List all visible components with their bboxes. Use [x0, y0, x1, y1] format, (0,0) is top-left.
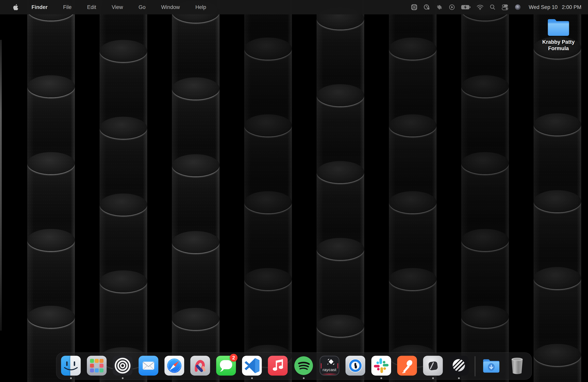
running-indicator	[251, 377, 253, 379]
desktop-wallpaper	[0, 0, 588, 382]
desktop-folder-label: Krabby Patty Formula	[542, 39, 575, 52]
cylinder	[534, 125, 581, 201]
cylinder-edge-sliver	[0, 40, 2, 331]
safari-icon	[165, 356, 184, 376]
raycast-menu-icon[interactable]	[436, 4, 443, 11]
cylinder	[100, 205, 147, 281]
wallpaper-column	[389, 0, 437, 382]
wifi-icon[interactable]	[477, 4, 483, 10]
dock-item-linear[interactable]	[449, 356, 469, 379]
cylinder	[27, 10, 75, 86]
1password-icon	[346, 356, 365, 376]
dock-item-raycast[interactable]: raycast	[320, 356, 339, 379]
cylinder	[534, 48, 581, 125]
arc-browser-icon	[190, 356, 210, 376]
dock-item-1password[interactable]	[346, 356, 365, 379]
cylinder	[316, 19, 364, 95]
cylinder	[244, 126, 292, 202]
slack-icon	[371, 356, 391, 376]
postman-icon	[397, 356, 417, 376]
menu-view[interactable]: View	[104, 4, 131, 10]
wallpaper-column	[172, 0, 220, 382]
power-lock-icon[interactable]	[423, 4, 430, 11]
control-center-icon[interactable]	[502, 4, 508, 11]
menubar-clock[interactable]: Wed Sep 10 2:00 PM	[529, 4, 581, 10]
cylinder	[27, 163, 75, 240]
linear-icon	[449, 356, 469, 376]
trash-icon	[507, 356, 527, 376]
running-indicator	[458, 377, 460, 379]
wallpaper-column	[316, 0, 364, 382]
siri-icon[interactable]	[514, 4, 521, 11]
cylinder	[389, 126, 437, 202]
dock-item-trash[interactable]	[507, 356, 527, 379]
menu-edit[interactable]: Edit	[79, 4, 104, 10]
cylinder	[316, 249, 364, 326]
dock-item-downloads-folder[interactable]	[482, 356, 501, 379]
running-indicator	[70, 377, 72, 379]
menubar-time: 2:00 PM	[562, 4, 581, 10]
menu-bar: Finder File Edit View Go Window Help	[0, 0, 588, 14]
raycast-label: raycast	[320, 367, 339, 372]
cylinder	[534, 355, 581, 382]
dock-item-safari[interactable]	[165, 356, 184, 379]
dia-browser-icon	[423, 356, 443, 376]
dock-item-dia-browser[interactable]	[423, 356, 443, 379]
cylinder	[100, 51, 147, 128]
cylinder	[534, 201, 581, 278]
menu-finder[interactable]: Finder	[24, 4, 55, 10]
wallpaper-column	[100, 0, 147, 382]
cylinder	[100, 128, 147, 205]
wallpaper-column	[534, 0, 581, 382]
cylinder	[461, 86, 509, 163]
cylinder	[534, 278, 581, 355]
cylinder	[461, 240, 509, 317]
spotlight-search-icon[interactable]	[489, 4, 496, 10]
menu-go[interactable]: Go	[131, 4, 153, 10]
battery-charging-icon[interactable]	[461, 5, 471, 10]
dock-item-finder[interactable]	[61, 356, 81, 379]
desktop-folder-krabby-patty-formula[interactable]: Krabby Patty Formula	[534, 18, 583, 52]
dock-item-messages[interactable]: 2	[216, 356, 236, 379]
folder-icon	[546, 18, 570, 37]
cylinder	[389, 49, 437, 126]
dock-item-mail[interactable]	[139, 356, 158, 379]
mail-icon	[139, 356, 158, 376]
menu-file[interactable]: File	[55, 4, 80, 10]
menu-help[interactable]: Help	[188, 4, 214, 10]
cylinder	[172, 12, 220, 88]
wallpaper-column	[461, 0, 509, 382]
now-playing-icon[interactable]	[449, 4, 455, 11]
running-indicator	[303, 377, 304, 379]
running-indicator	[122, 377, 124, 379]
cylinder	[244, 49, 292, 126]
dock-item-apple-music[interactable]	[268, 356, 288, 379]
dock-item-spotify[interactable]	[294, 356, 314, 379]
dock-item-slack[interactable]	[371, 356, 391, 379]
menu-window[interactable]: Window	[153, 4, 188, 10]
concentric-rings-icon	[113, 356, 133, 376]
dock-item-vscode[interactable]	[242, 356, 262, 379]
menubar-date: Wed Sep 10	[529, 4, 557, 10]
cylinder	[244, 202, 292, 279]
downloads-folder-icon	[482, 356, 501, 376]
cylinder	[172, 88, 220, 165]
apple-menu[interactable]	[8, 4, 24, 11]
cylinder	[244, 279, 292, 356]
cylinder	[172, 165, 220, 242]
dock-item-launchpad[interactable]	[87, 356, 107, 379]
burst-icon[interactable]	[411, 4, 418, 11]
dock-item-arc-browser[interactable]	[190, 356, 210, 379]
menubar-status-area: Wed Sep 10 2:00 PM	[411, 4, 588, 11]
dock: 2	[56, 352, 532, 380]
cylinder	[389, 202, 437, 279]
apple-music-icon	[268, 356, 288, 376]
running-indicator	[380, 377, 382, 379]
dock-separator	[475, 356, 475, 376]
cylinder	[389, 279, 437, 356]
running-indicator	[432, 377, 434, 379]
finder-icon	[61, 356, 81, 376]
dock-item-postman[interactable]	[397, 356, 417, 379]
cylinder	[316, 95, 364, 172]
dock-item-concentric-rings-app[interactable]	[113, 356, 133, 379]
